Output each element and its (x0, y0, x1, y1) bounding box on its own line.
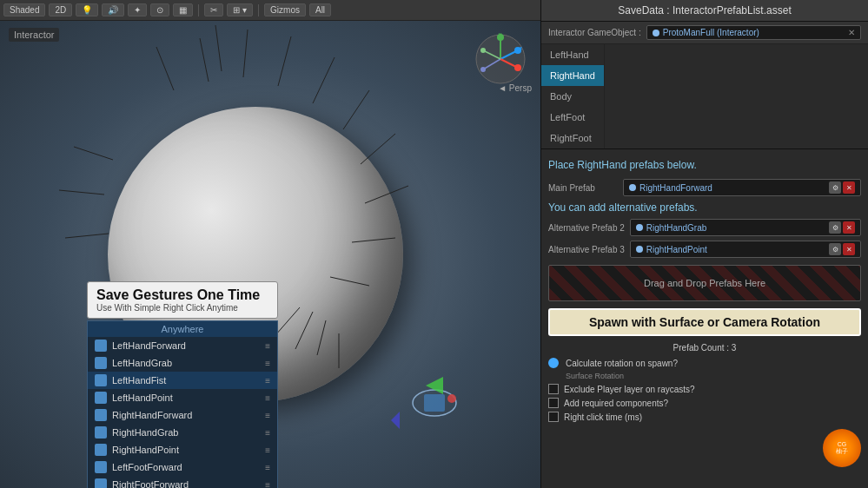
context-item-arrow-icon: ≡ (265, 480, 270, 489)
main-prefab-settings-button[interactable]: ⚙ (829, 181, 841, 194)
gameobject-label: Interactor GameObject : (548, 28, 641, 37)
context-item-label: LeftHandGrab (112, 358, 172, 368)
alt-prefab-2-field[interactable]: RightHandGrab ⚙ ✕ (630, 219, 861, 236)
all-button[interactable]: All (309, 3, 331, 16)
context-item[interactable]: RightHandForward≡ (88, 406, 277, 424)
panel-title: SaveData : InteractorPrefabList.asset (541, 0, 868, 22)
tools-button[interactable]: ✂ (204, 3, 223, 16)
context-dropdown-list: Anywhere LeftHandForward≡LeftHandGrab≡Le… (87, 320, 278, 488)
stats-button[interactable]: ▦ (173, 3, 193, 16)
context-item[interactable]: LeftHandGrab≡ (88, 354, 277, 372)
context-item-icon (95, 444, 107, 456)
fx-button[interactable]: ✦ (128, 3, 147, 16)
context-item-icon (95, 478, 107, 488)
tab-body[interactable]: Body (541, 86, 605, 107)
alt-prefab-3-label: Alternative Prefab 3 (548, 245, 625, 254)
context-item-icon (95, 461, 107, 473)
context-item[interactable]: RightHandPoint≡ (88, 441, 277, 458)
toolbar-separator-2 (258, 4, 259, 16)
context-item-label: LeftHandPoint (112, 392, 173, 403)
context-item-label: LeftHandFist (112, 375, 166, 386)
exclude-player-checkbox[interactable] (548, 384, 559, 394)
scene-view-button[interactable]: ⊙ (150, 3, 169, 16)
svg-line-2 (243, 30, 248, 77)
place-header: Place RightHand prefabs below. (548, 156, 861, 174)
alt-prefab-3-remove-button[interactable]: ✕ (843, 243, 855, 255)
tab-leftfoot[interactable]: LeftFoot (541, 107, 605, 128)
context-item-arrow-icon: ≡ (265, 376, 270, 386)
lighting-button[interactable]: 💡 (76, 3, 98, 16)
context-item-label: RightHandGrab (112, 427, 178, 438)
view-mode-button[interactable]: 2D (49, 3, 72, 16)
tab-righthand[interactable]: RightHand (541, 65, 605, 86)
svg-line-12 (65, 234, 109, 238)
context-item[interactable]: LeftFootForward≡ (88, 458, 277, 476)
svg-point-30 (514, 64, 521, 71)
scene-gizmo[interactable]: y z (474, 33, 527, 85)
save-gestures-subtitle: Use With Simple Right Click Anytime (96, 303, 268, 313)
alt-prefab-3-row: Alternative Prefab 3 RightHandPoint ⚙ ✕ (548, 241, 861, 258)
context-item[interactable]: LeftHandPoint≡ (88, 389, 277, 406)
alt-prefab-2-label: Alternative Prefab 2 (548, 223, 625, 233)
prefab-count: Prefab Count : 3 (548, 343, 861, 353)
exclude-player-label: Exclude Player layer on raycasts? (564, 385, 695, 394)
context-item-icon (95, 340, 107, 352)
tabs-bar: LeftHandRightHandBodyLeftFootRightFoot (541, 44, 868, 149)
drag-drop-area[interactable]: Drag and Drop Prefabs Here (548, 265, 861, 301)
gameobject-field[interactable]: ProtoManFull (Interactor) ✕ (646, 25, 861, 40)
calculate-rotation-radio[interactable] (548, 358, 559, 368)
svg-marker-21 (426, 377, 443, 394)
context-item[interactable]: LeftHandFist≡ (88, 372, 277, 389)
toolbar: Shaded 2D 💡 🔊 ✦ ⊙ ▦ ✂ ⊞ ▾ Gizmos All (0, 0, 540, 21)
main-prefab-remove-button[interactable]: ✕ (843, 181, 855, 194)
calculate-rotation-row: Calculate rotation on spawn? (548, 358, 861, 368)
alt-prefab-3-icon (636, 246, 643, 253)
gameobject-icon (653, 30, 659, 36)
scene-area[interactable]: Interactor (0, 21, 540, 488)
pivot-button[interactable]: ⊞ ▾ (227, 3, 253, 16)
content-area[interactable]: Place RightHand prefabs below. Main Pref… (541, 149, 868, 488)
tab-lefthand[interactable]: LeftHand (541, 44, 605, 65)
calculate-rotation-label: Calculate rotation on spawn? (566, 359, 678, 368)
gizmos-button[interactable]: Gizmos (264, 3, 306, 16)
alt-prefab-3-value: RightHandPoint (646, 245, 707, 254)
svg-line-0 (156, 47, 174, 90)
add-components-checkbox[interactable] (548, 398, 559, 408)
context-anywhere-label: Anywhere (88, 321, 277, 337)
context-item-arrow-icon: ≡ (265, 359, 270, 368)
main-prefab-value: RightHandForward (639, 183, 712, 193)
save-gestures-title: Save Gestures One Time (96, 287, 268, 303)
svg-line-10 (74, 147, 113, 160)
right-click-time-row: Right click time (ms) (548, 412, 861, 422)
main-prefab-icon (629, 184, 636, 191)
context-item-label: LeftHandForward (112, 340, 186, 351)
alt-prefab-3-field[interactable]: RightHandPoint ⚙ ✕ (630, 241, 861, 258)
main-prefab-field[interactable]: RightHandForward ⚙ ✕ (623, 179, 861, 196)
alt-prefab-2-settings-button[interactable]: ⚙ (829, 221, 841, 234)
right-click-time-checkbox[interactable] (548, 412, 559, 422)
context-item-arrow-icon: ≡ (265, 341, 270, 351)
tabs-container: LeftHandRightHandBodyLeftFootRightFoot (541, 44, 605, 148)
context-item-arrow-icon: ≡ (265, 411, 270, 420)
context-item-arrow-icon: ≡ (265, 428, 270, 438)
alt-prefab-2-remove-button[interactable]: ✕ (843, 221, 855, 234)
gameobject-value: ProtoManFull (Interactor) (663, 28, 759, 37)
context-item[interactable]: RightHandGrab≡ (88, 424, 277, 441)
svg-point-32 (480, 67, 486, 72)
gameobject-clear-button[interactable]: ✕ (848, 28, 855, 37)
alt-prefab-3-settings-button[interactable]: ⚙ (829, 243, 841, 255)
svg-point-34 (480, 48, 486, 53)
audio-button[interactable]: 🔊 (102, 3, 124, 16)
svg-line-11 (59, 190, 104, 195)
tab-rightfoot[interactable]: RightFoot (541, 128, 605, 148)
context-item[interactable]: RightFootForward≡ (88, 476, 277, 488)
alt-prefab-2-row: Alternative Prefab 2 RightHandGrab ⚙ ✕ (548, 219, 861, 236)
gameobject-row: Interactor GameObject : ProtoManFull (In… (541, 22, 868, 44)
shading-dropdown[interactable]: Shaded (3, 3, 45, 16)
context-item-icon (95, 357, 107, 369)
context-item-arrow-icon: ≡ (265, 393, 270, 403)
svg-line-4 (313, 57, 335, 103)
context-item[interactable]: LeftHandForward≡ (88, 337, 277, 354)
context-items-container: LeftHandForward≡LeftHandGrab≡LeftHandFis… (88, 337, 277, 488)
alt-prefab-2-icon (636, 224, 643, 231)
